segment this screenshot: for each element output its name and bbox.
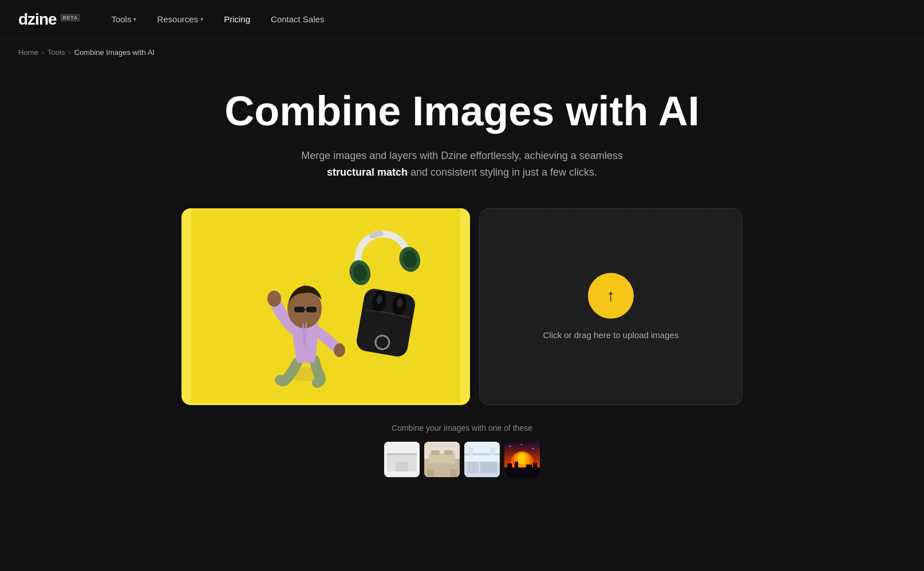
breadcrumb-sep-2: › xyxy=(68,48,70,57)
svg-rect-38 xyxy=(491,447,495,455)
combine-thumbnails xyxy=(384,442,540,477)
breadcrumb: Home › Tools › Combine Images with AI xyxy=(0,39,924,66)
hero-subtitle-end: and consistent styling in just a few cli… xyxy=(408,166,597,178)
nav-resources-label: Resources xyxy=(157,14,198,24)
nav-contact-label: Contact Sales xyxy=(271,14,324,24)
svg-rect-6 xyxy=(306,307,317,312)
svg-rect-46 xyxy=(526,465,532,477)
combine-label: Combine your images with one of these xyxy=(392,423,532,433)
svg-point-2 xyxy=(267,291,281,307)
nav-links: Tools ▾ Resources ▾ Pricing Contact Sale… xyxy=(103,10,906,29)
tools-chevron-icon: ▾ xyxy=(133,16,136,22)
hero-title: Combine Images with AI xyxy=(224,89,699,134)
svg-rect-37 xyxy=(469,447,473,455)
svg-rect-29 xyxy=(444,450,453,455)
svg-point-49 xyxy=(532,448,534,449)
svg-rect-31 xyxy=(450,469,457,477)
svg-rect-30 xyxy=(427,469,434,477)
demo-preview-panel xyxy=(181,208,470,405)
demo-area: ↑ Click or drag here to upload images xyxy=(181,208,743,405)
svg-point-48 xyxy=(510,446,511,447)
svg-point-50 xyxy=(521,444,522,445)
svg-rect-5 xyxy=(294,307,305,312)
svg-rect-44 xyxy=(507,463,512,475)
nav-item-contact-sales[interactable]: Contact Sales xyxy=(263,10,332,29)
svg-point-3 xyxy=(334,343,345,357)
nav-tools-label: Tools xyxy=(111,14,131,24)
scene-illustration xyxy=(181,208,470,403)
breadcrumb-current: Combine Images with AI xyxy=(74,48,155,57)
svg-rect-0 xyxy=(191,208,460,403)
hero-subtitle-plain: Merge images and layers with Dzine effor… xyxy=(301,150,623,161)
resources-chevron-icon: ▾ xyxy=(200,16,203,22)
beta-badge: BETA xyxy=(60,14,81,22)
combine-section: Combine your images with one of these xyxy=(384,405,540,486)
svg-rect-45 xyxy=(515,462,518,476)
hero-section: Combine Images with AI Merge images and … xyxy=(0,66,924,486)
svg-rect-28 xyxy=(431,450,440,455)
upload-text: Click or drag here to upload images xyxy=(543,330,679,340)
breadcrumb-sep-1: › xyxy=(42,48,44,57)
nav-pricing-label: Pricing xyxy=(224,14,250,24)
nav-item-pricing[interactable]: Pricing xyxy=(216,10,258,29)
upload-panel[interactable]: ↑ Click or drag here to upload images xyxy=(479,208,743,405)
breadcrumb-home[interactable]: Home xyxy=(18,48,38,57)
thumbnail-1[interactable] xyxy=(384,442,420,477)
thumbnail-2[interactable] xyxy=(424,442,460,477)
svg-rect-24 xyxy=(396,462,408,471)
svg-rect-47 xyxy=(533,463,537,477)
svg-rect-23 xyxy=(387,453,417,455)
svg-rect-34 xyxy=(467,462,479,473)
logo-text: dzine xyxy=(18,10,57,29)
nav-item-resources[interactable]: Resources ▾ xyxy=(149,10,211,29)
upload-arrow-icon: ↑ xyxy=(607,287,615,305)
breadcrumb-tools[interactable]: Tools xyxy=(48,48,65,57)
thumbnail-4[interactable] xyxy=(504,442,540,477)
logo[interactable]: dzine BETA xyxy=(18,10,80,29)
hero-subtitle-bold: structural match xyxy=(327,166,408,178)
main-nav: dzine BETA Tools ▾ Resources ▾ Pricing C… xyxy=(0,0,924,39)
nav-item-tools[interactable]: Tools ▾ xyxy=(103,10,144,29)
svg-rect-35 xyxy=(480,462,497,473)
hero-subtitle: Merge images and layers with Dzine effor… xyxy=(279,148,645,181)
svg-point-42 xyxy=(518,453,527,465)
thumbnail-3[interactable] xyxy=(464,442,500,477)
upload-circle: ↑ xyxy=(588,273,634,319)
